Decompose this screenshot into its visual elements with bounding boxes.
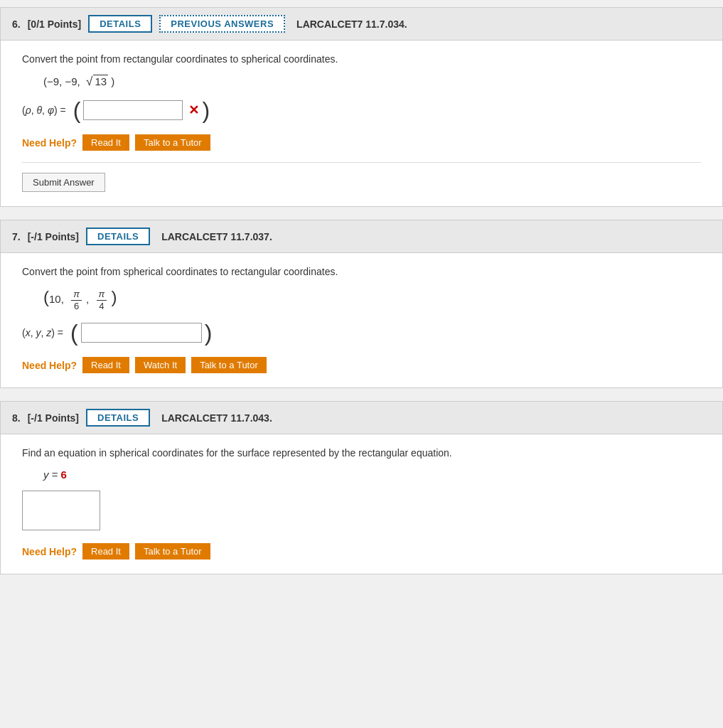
q7-read-it-button[interactable]: Read It — [82, 357, 129, 373]
q6-instruction: Convert the point from rectangular coord… — [22, 53, 701, 65]
q8-equation: y = 6 — [43, 469, 701, 481]
sqrt-13: √ 13 — [86, 75, 108, 89]
q7-details-button[interactable]: DETAILS — [86, 228, 150, 245]
q8-instruction: Find an equation in spherical coordinate… — [22, 447, 701, 459]
question-7: 7. [-/1 Points] DETAILS LARCALCET7 11.7.… — [0, 220, 723, 388]
q6-number: 6. — [12, 18, 21, 30]
q7-watch-it-button[interactable]: Watch It — [135, 357, 186, 373]
q8-points: [-/1 Points] — [28, 412, 79, 424]
q6-read-it-button[interactable]: Read It — [82, 134, 129, 151]
q7-right-paren: ) — [205, 321, 213, 344]
q6-need-help-label: Need Help? — [22, 137, 77, 149]
q7-number: 7. — [12, 231, 21, 242]
q7-coord: (10, π 6 , π 4 ) — [43, 287, 701, 311]
q8-talk-to-tutor-button[interactable]: Talk to a Tutor — [135, 543, 210, 560]
q6-answer-input[interactable] — [83, 100, 183, 120]
question-8-header: 8. [-/1 Points] DETAILS LARCALCET7 11.7.… — [1, 402, 722, 434]
q8-need-help-row: Need Help? Read It Talk to a Tutor — [22, 543, 701, 560]
q7-need-help-row: Need Help? Read It Watch It Talk to a Tu… — [22, 357, 701, 373]
q6-input-row: (ρ, θ, φ) = ( ✕ ) — [22, 99, 701, 122]
q8-details-button[interactable]: DETAILS — [86, 409, 150, 427]
q8-ref: LARCALCET7 11.7.043. — [161, 412, 272, 424]
q8-number: 8. — [12, 412, 21, 424]
q7-ref: LARCALCET7 11.7.037. — [161, 231, 272, 242]
q6-left-paren: ( — [73, 99, 81, 122]
q6-ref: LARCALCET7 11.7.034. — [296, 18, 407, 30]
q6-input-label: (ρ, θ, φ) = — [22, 105, 66, 116]
q6-coord: (−9, −9, √ 13 ) — [43, 75, 701, 89]
question-8: 8. [-/1 Points] DETAILS LARCALCET7 11.7.… — [0, 401, 723, 574]
q7-left-paren: ( — [70, 321, 78, 344]
q7-instruction: Convert the point from spherical coordin… — [22, 266, 701, 277]
q6-need-help-row: Need Help? Read It Talk to a Tutor — [22, 134, 701, 151]
q6-body: Convert the point from rectangular coord… — [1, 41, 722, 206]
q8-need-help-label: Need Help? — [22, 546, 77, 557]
q6-details-button[interactable]: DETAILS — [88, 15, 152, 33]
q8-input-area — [22, 491, 701, 530]
q7-need-help-label: Need Help? — [22, 360, 77, 371]
q7-answer-input[interactable] — [81, 323, 202, 343]
q7-input-label: (x, y, z) = — [22, 327, 63, 338]
q7-input-row: (x, y, z) = ( ) — [22, 321, 701, 344]
question-6: 6. [0/1 Points] DETAILS PREVIOUS ANSWERS… — [0, 7, 723, 207]
question-7-header: 7. [-/1 Points] DETAILS LARCALCET7 11.7.… — [1, 220, 722, 253]
q7-points: [-/1 Points] — [28, 231, 79, 242]
q6-xmark: ✕ — [188, 102, 199, 118]
q6-right-paren: ) — [202, 99, 210, 122]
q8-read-it-button[interactable]: Read It — [82, 543, 129, 560]
q8-answer-input[interactable] — [22, 491, 100, 530]
q6-talk-to-tutor-button[interactable]: Talk to a Tutor — [135, 134, 210, 151]
q6-previous-answers-button[interactable]: PREVIOUS ANSWERS — [159, 15, 285, 33]
q7-talk-to-tutor-button[interactable]: Talk to a Tutor — [191, 357, 267, 373]
question-6-header: 6. [0/1 Points] DETAILS PREVIOUS ANSWERS… — [1, 8, 722, 41]
q6-submit-button[interactable]: Submit Answer — [22, 173, 105, 192]
q6-submit-row: Submit Answer — [22, 162, 701, 192]
q7-body: Convert the point from spherical coordin… — [1, 253, 722, 387]
q7-frac1: π 6 — [71, 289, 82, 311]
q8-body: Find an equation in spherical coordinate… — [1, 434, 722, 574]
q7-frac2: π 4 — [97, 289, 107, 311]
q6-points: [0/1 Points] — [28, 18, 81, 30]
